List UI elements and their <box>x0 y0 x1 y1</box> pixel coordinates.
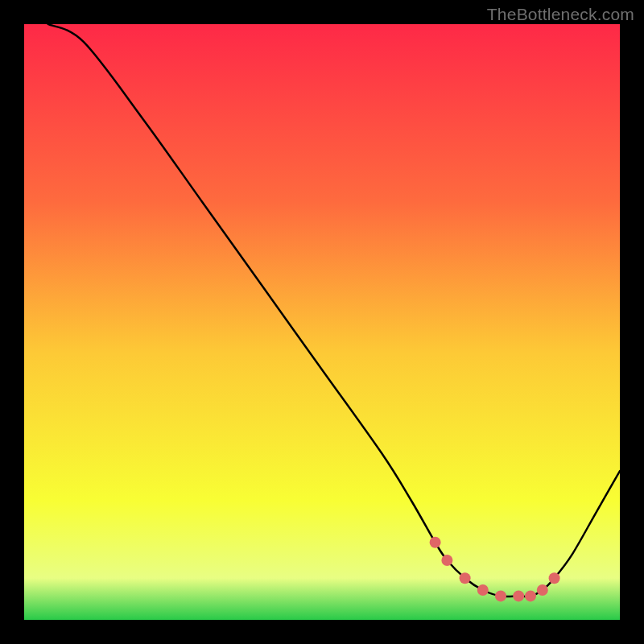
highlight-dot <box>441 555 452 566</box>
bottleneck-chart <box>24 24 620 620</box>
highlight-dot <box>549 572 560 584</box>
highlight-dot <box>495 590 506 601</box>
highlight-dot <box>477 584 489 596</box>
chart-container: TheBottleneck.com <box>0 0 644 644</box>
highlight-dot <box>430 537 441 548</box>
plot-area <box>24 24 620 620</box>
gradient-background <box>24 24 620 620</box>
highlight-dot <box>525 590 536 601</box>
watermark-text: TheBottleneck.com <box>487 5 634 24</box>
highlight-dot <box>460 572 471 584</box>
highlight-dot <box>513 590 524 601</box>
highlight-dot <box>537 584 548 596</box>
